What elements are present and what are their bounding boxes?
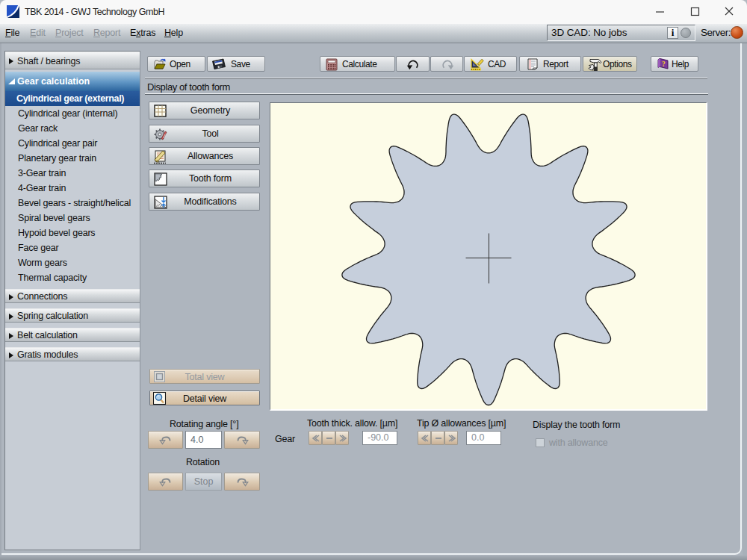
svg-text:?: ? xyxy=(662,60,666,68)
